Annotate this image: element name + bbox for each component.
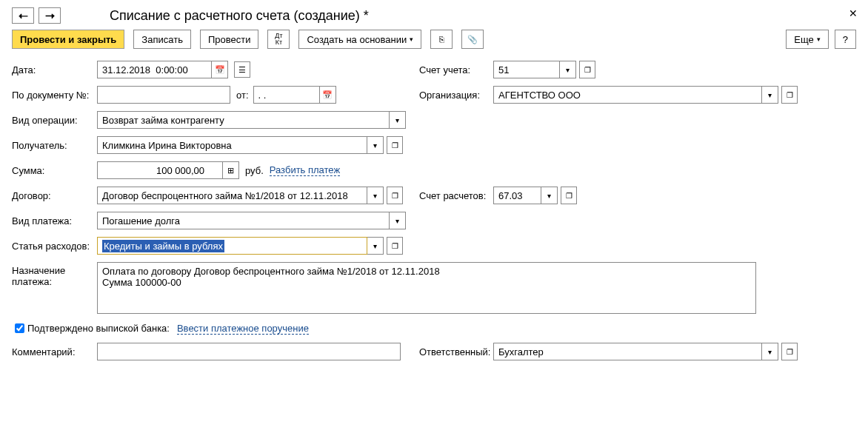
- post-and-close-button[interactable]: Провести и закрыть: [12, 30, 124, 49]
- dropdown-icon[interactable]: [560, 61, 576, 78]
- responsible-input[interactable]: [493, 343, 762, 360]
- settlement-acc-input[interactable]: [493, 187, 541, 204]
- write-button[interactable]: Записать: [133, 30, 191, 49]
- mode-icon[interactable]: ☰: [234, 61, 250, 78]
- open-icon[interactable]: [387, 237, 403, 255]
- dropdown-icon[interactable]: [762, 86, 778, 104]
- split-payment-link[interactable]: Разбить платеж: [270, 164, 340, 176]
- dropdown-icon[interactable]: [762, 343, 778, 360]
- organization-label: Организация:: [419, 90, 493, 101]
- purpose-textarea[interactable]: [97, 262, 756, 314]
- confirmed-label: Подтверждено выпиской банка:: [27, 323, 170, 334]
- calculator-icon[interactable]: [223, 161, 239, 179]
- dtkt-button[interactable]: ДтКт: [267, 30, 290, 49]
- comment-input[interactable]: [97, 343, 401, 360]
- operation-input[interactable]: [97, 111, 390, 129]
- open-icon[interactable]: [387, 136, 403, 154]
- dropdown-icon[interactable]: [367, 237, 384, 255]
- recipient-input[interactable]: [97, 136, 367, 154]
- dropdown-icon[interactable]: [367, 187, 384, 204]
- open-icon[interactable]: [781, 343, 798, 360]
- calendar-icon[interactable]: [212, 61, 228, 78]
- confirmed-checkbox[interactable]: [15, 323, 24, 333]
- date-label: Дата:: [12, 64, 97, 75]
- organization-input[interactable]: [493, 86, 762, 104]
- dropdown-icon[interactable]: [541, 187, 558, 204]
- settlement-acc-label: Счет расчетов:: [419, 190, 493, 201]
- open-icon[interactable]: [579, 61, 595, 78]
- rub-label: руб.: [245, 165, 264, 176]
- contract-label: Договор:: [12, 190, 97, 201]
- dropdown-icon[interactable]: [367, 136, 384, 154]
- responsible-label: Ответственный:: [419, 346, 493, 358]
- more-button[interactable]: Еще▾: [786, 30, 828, 49]
- enter-pay-order-link[interactable]: Ввести платежное поручение: [177, 323, 309, 335]
- expense-item-label: Статья расходов:: [12, 241, 97, 252]
- operation-label: Вид операции:: [12, 115, 97, 126]
- open-icon[interactable]: [781, 86, 798, 104]
- structure-button[interactable]: ⎘: [430, 30, 453, 49]
- open-icon[interactable]: [561, 187, 577, 204]
- sum-input[interactable]: [97, 161, 223, 179]
- purpose-label: Назначение платежа:: [12, 262, 97, 287]
- docnum-label: По документу №:: [12, 90, 97, 101]
- pay-type-input[interactable]: [97, 212, 390, 229]
- from-label: от:: [236, 90, 249, 101]
- comment-label: Комментарий:: [12, 346, 97, 358]
- account-label: Счет учета:: [419, 64, 493, 75]
- contract-input[interactable]: [97, 187, 367, 204]
- close-button[interactable]: ✕: [849, 7, 858, 19]
- calendar-icon[interactable]: [320, 86, 336, 104]
- expense-item-input[interactable]: Кредиты и займы в рублях: [97, 237, 367, 255]
- page-title: Списание с расчетного счета (создание) *: [110, 8, 369, 24]
- help-button[interactable]: ?: [835, 30, 856, 49]
- recipient-label: Получатель:: [12, 140, 97, 151]
- post-button[interactable]: Провести: [200, 30, 259, 49]
- open-icon[interactable]: [387, 187, 403, 204]
- date-input[interactable]: [97, 61, 212, 78]
- nav-forward-button[interactable]: 🠒: [39, 7, 61, 24]
- nav-back-button[interactable]: 🠐: [12, 7, 34, 24]
- dropdown-icon[interactable]: [390, 212, 406, 229]
- pay-type-label: Вид платежа:: [12, 215, 97, 226]
- dropdown-icon[interactable]: [390, 111, 406, 129]
- account-input[interactable]: [493, 61, 560, 78]
- docdate-input[interactable]: [253, 86, 320, 104]
- sum-label: Сумма:: [12, 165, 97, 176]
- create-based-on-button[interactable]: Создать на основании▾: [298, 30, 421, 49]
- docnum-input[interactable]: [97, 86, 230, 104]
- attach-button[interactable]: 📎: [461, 30, 484, 49]
